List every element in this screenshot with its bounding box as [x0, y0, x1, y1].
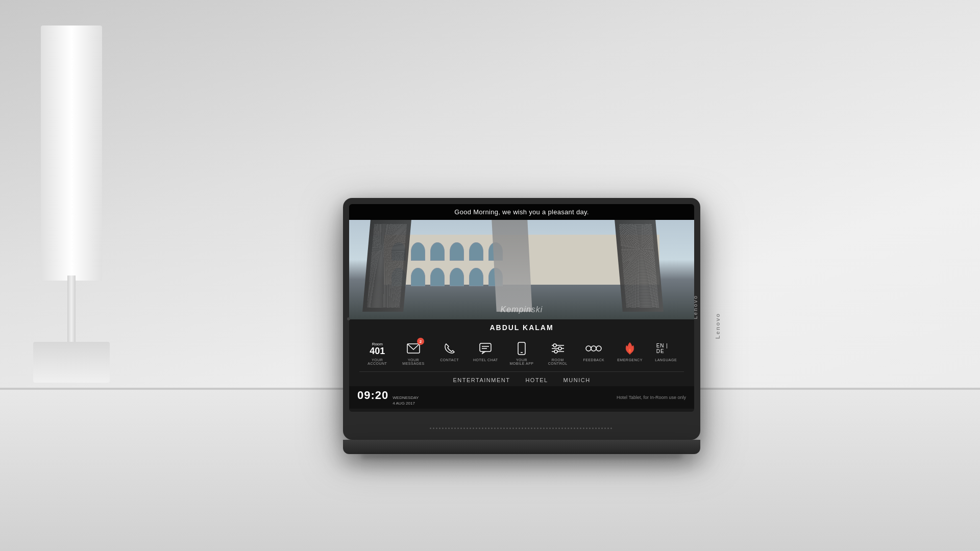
nav-account[interactable]: Room 401 YOURACCOUNT: [359, 338, 396, 367]
munich-menu-item[interactable]: MUNICH: [564, 377, 591, 383]
nav-hotel-chat[interactable]: HOTEL CHAT: [468, 338, 504, 364]
status-bar: 09:20 WEDNESDAY 4 AUG 2017 Hotel Tablet,…: [349, 386, 694, 409]
svg-rect-1: [480, 343, 491, 352]
account-label: YOURACCOUNT: [368, 358, 387, 365]
nav-emergency[interactable]: EMERGENCY: [612, 338, 648, 364]
tablet-reflection: [361, 454, 693, 485]
language-label: LANGUAGE: [655, 358, 677, 362]
lamp-base: [33, 342, 110, 383]
flags-area: [349, 220, 694, 319]
chat-icon: [476, 340, 495, 357]
lamp-shade: [41, 26, 102, 281]
svg-point-11: [554, 350, 557, 353]
entertainment-menu-item[interactable]: ENTERTAINMENT: [453, 377, 510, 383]
room-number: 401: [370, 346, 385, 356]
svg-point-9: [553, 344, 556, 347]
flag-left: [362, 220, 411, 312]
separator: [359, 371, 684, 372]
hotel-chat-label: HOTEL CHAT: [473, 358, 498, 362]
nav-row: Room 401 YOURACCOUNT: [349, 336, 694, 369]
feedback-label: FEEDBACK: [583, 358, 604, 362]
language-toggle: EN | DE: [656, 343, 676, 354]
flag-center: [492, 220, 532, 312]
flag-right: [615, 220, 664, 312]
tablet-body: Lenovo Good Morning, we wish you a pleas…: [343, 198, 700, 440]
room-control-label: ROOMCONTROL: [548, 358, 568, 365]
phone-icon: [440, 340, 459, 357]
tablet-stand: [343, 440, 700, 454]
time-display: 09:20: [357, 389, 388, 402]
camera: [347, 317, 350, 320]
hotel-name-overlay: Kempinski: [501, 305, 543, 314]
bottom-menu: ENTERTAINMENT HOTEL MUNICH: [349, 374, 694, 386]
fire-icon: [620, 340, 640, 357]
hotel-image: Kempinski: [349, 220, 694, 319]
lamp-pole: [67, 276, 76, 342]
nav-messages[interactable]: 2 YOURMESSAGES: [396, 338, 432, 367]
envelope-icon: 2: [404, 340, 423, 357]
nav-room-control[interactable]: ROOMCONTROL: [540, 338, 576, 367]
svg-point-12: [586, 346, 591, 351]
feedback-icon: [584, 340, 603, 357]
hotel-notice: Hotel Tablet, for In-Room use only: [617, 395, 686, 400]
messages-label: YOURMESSAGES: [402, 358, 424, 365]
hotel-menu-item[interactable]: HOTEL: [525, 377, 548, 383]
language-icon: EN | DE: [656, 340, 676, 357]
messages-badge: 2: [417, 338, 424, 345]
greeting-text: Good Morning, we wish you a pleasant day…: [454, 208, 589, 216]
greeting-bar: Good Morning, we wish you a pleasant day…: [349, 204, 694, 220]
tablet-bottom-bezel: [349, 412, 694, 440]
svg-point-14: [596, 346, 601, 351]
mobile-app-label: YOURMOBILE APP: [509, 358, 533, 365]
svg-point-13: [591, 346, 596, 351]
day-of-week: WEDNESDAY: [393, 395, 419, 400]
nav-mobile-app[interactable]: YOURMOBILE APP: [504, 338, 540, 367]
tablet-device: Lenovo Good Morning, we wish you a pleas…: [343, 198, 710, 485]
tablet-screen: Good Morning, we wish you a pleasant day…: [349, 204, 694, 412]
time-area: 09:20 WEDNESDAY 4 AUG 2017: [357, 389, 419, 406]
lenovo-brand: Lenovo: [715, 313, 721, 339]
guest-name: ABDUL KALAM: [349, 323, 694, 332]
nav-feedback[interactable]: FEEDBACK: [576, 338, 612, 364]
sliders-icon: [548, 340, 568, 357]
speaker-grille: [430, 428, 614, 431]
nav-language[interactable]: EN | DE LANGUAGE: [648, 338, 684, 364]
room-icon: Room 401: [368, 340, 387, 357]
screen-lower: ABDUL KALAM Room 401 YOURACCOUNT: [349, 319, 694, 412]
lamp-decoration: [31, 26, 112, 383]
svg-point-10: [558, 347, 561, 350]
contact-label: CONTACT: [440, 358, 459, 362]
date-display: WEDNESDAY 4 AUG 2017: [393, 395, 419, 406]
emergency-label: EMERGENCY: [617, 358, 643, 362]
mobile-icon: [512, 340, 531, 357]
date-value: 4 AUG 2017: [393, 401, 419, 406]
nav-contact[interactable]: CONTACT: [431, 338, 468, 364]
